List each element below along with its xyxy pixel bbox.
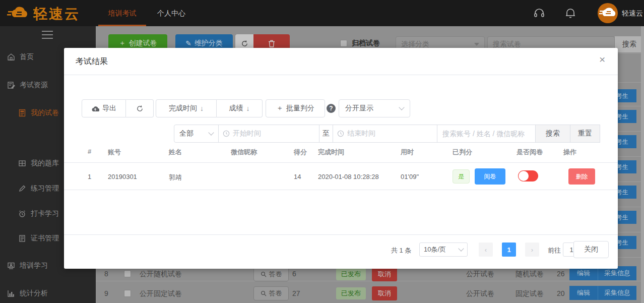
logo-text: 轻速云 — [33, 5, 80, 24]
scrollbar[interactable] — [641, 26, 644, 303]
row-checkbox[interactable] — [124, 270, 131, 277]
pencil-icon — [18, 185, 26, 193]
export-button[interactable]: 导出 — [82, 99, 126, 117]
end-time-input[interactable]: 结束时间 — [333, 125, 437, 143]
col-score: 得分 — [294, 148, 307, 157]
row-checkbox[interactable] — [124, 290, 131, 297]
divider — [64, 75, 618, 75]
tab-training-exam[interactable]: 培训考试 — [98, 0, 146, 26]
dropdown-arrow-icon — [474, 43, 479, 46]
clock-icon — [337, 130, 344, 137]
answer-sheet-button[interactable]: 答卷 — [253, 267, 289, 281]
bell-icon[interactable] — [565, 7, 576, 19]
cancel-publish-button[interactable]: 取消 — [372, 286, 397, 300]
col-index: # — [88, 148, 91, 155]
chart-icon — [7, 289, 15, 297]
cancel-publish-button[interactable]: 取消 — [372, 267, 397, 281]
page-size-select[interactable]: 10条/页 — [419, 243, 468, 257]
chevron-down-icon — [458, 246, 464, 251]
modal-reset-button[interactable]: 重置 — [570, 125, 600, 143]
sidebar-item-statistics[interactable]: 统计分析 — [0, 285, 96, 302]
certificate-icon — [18, 234, 26, 243]
prev-page-button[interactable]: ‹ — [479, 243, 493, 257]
start-time-input[interactable]: 开始时间 — [218, 125, 319, 143]
chevron-down-icon — [399, 104, 404, 110]
date-range-to-label: 至 — [319, 125, 333, 143]
review-toggle[interactable] — [518, 170, 538, 181]
divider — [64, 234, 618, 235]
tab-personal-center[interactable]: 个人中心 — [154, 0, 189, 26]
close-icon[interactable]: × — [599, 54, 605, 65]
col-judged: 已判分 — [453, 148, 472, 157]
edit-button[interactable]: 编辑 — [569, 286, 598, 300]
headset-icon[interactable] — [533, 7, 545, 19]
archive-label: 归档试卷 — [352, 39, 380, 48]
published-badge: 已发布 — [336, 287, 366, 299]
sort-desc-icon: ↓ — [200, 104, 204, 112]
archive-checkbox[interactable] — [340, 40, 347, 47]
current-page-button[interactable]: 1 — [502, 243, 516, 257]
divider — [64, 162, 618, 163]
bg-search-button[interactable]: 搜索 — [615, 36, 644, 52]
divider — [96, 281, 641, 281]
cloud-upload-icon — [91, 105, 99, 112]
top-navbar: 轻速云 培训考试 个人中心 — [0, 0, 644, 26]
next-page-button[interactable]: › — [525, 243, 539, 257]
help-question-icon[interactable]: ? — [327, 104, 336, 113]
modal-search-button[interactable]: 搜索 — [535, 125, 570, 143]
training-icon — [7, 262, 15, 270]
delete-button[interactable]: 删除 — [568, 168, 595, 185]
user-avatar[interactable] — [598, 3, 618, 23]
answer-sheet-button[interactable]: 答卷 — [253, 286, 289, 300]
alarm-clock-icon — [18, 210, 26, 218]
sort-desc-icon: ↓ — [246, 104, 250, 112]
chevron-down-icon — [208, 130, 214, 135]
active-tab-underline — [98, 25, 146, 26]
divider — [64, 190, 618, 190]
col-duration: 用时 — [401, 148, 414, 157]
review-paper-button[interactable]: 阅卷 — [475, 168, 505, 185]
plus-icon: ＋ — [276, 104, 283, 113]
exam-paper-icon — [18, 109, 26, 117]
display-mode-select[interactable]: 分开显示 — [339, 99, 410, 117]
clock-icon — [223, 130, 230, 137]
modal-title: 考试结果 — [76, 56, 108, 67]
scope-select[interactable]: 全部 — [174, 125, 219, 143]
total-count: 共 1 条 — [391, 246, 411, 255]
col-actions: 操作 — [563, 148, 576, 157]
sort-by-finish-time-button[interactable]: 完成时间 ↓ — [156, 99, 217, 117]
search-account-input[interactable] — [437, 125, 536, 143]
close-button[interactable]: 关闭 — [573, 241, 609, 258]
col-wechat: 微信昵称 — [231, 148, 257, 157]
published-badge: 已发布 — [336, 268, 366, 280]
judged-badge: 是 — [453, 169, 470, 184]
username[interactable]: 轻速云 — [622, 9, 643, 18]
exam-results-modal: 考试结果 × 导出 完成时间 ↓ 成绩 ↓ ＋ 批量 — [64, 48, 618, 269]
collect-info-button[interactable]: 采集信息 — [598, 286, 636, 300]
document-pencil-icon — [7, 81, 15, 89]
home-icon — [7, 53, 15, 61]
edit-pencil-icon: ✎ — [185, 39, 191, 47]
goto-label: 前往 — [548, 246, 561, 255]
grid-icon — [18, 159, 26, 167]
collapse-menu-icon[interactable] — [42, 31, 53, 39]
refresh-button[interactable] — [126, 99, 154, 117]
col-account: 账号 — [108, 148, 121, 157]
logo-cloud-icon — [7, 5, 29, 21]
sort-by-score-button[interactable]: 成绩 ↓ — [217, 99, 263, 117]
col-finish: 完成时间 — [318, 148, 344, 157]
col-review: 是否阅卷 — [517, 148, 543, 157]
plus-icon: ＋ — [119, 39, 126, 48]
batch-grading-button[interactable]: ＋ 批量判分 — [266, 99, 325, 117]
col-name: 姓名 — [169, 148, 182, 157]
